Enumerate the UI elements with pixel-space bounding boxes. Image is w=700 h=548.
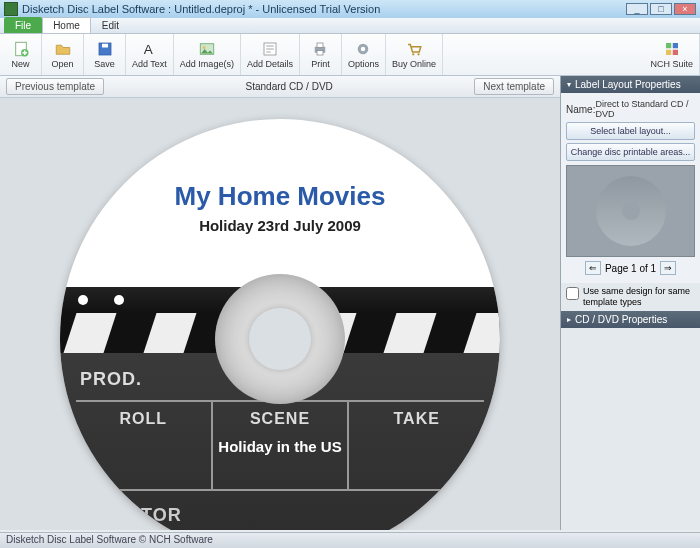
same-design-label: Use same design for same template types [583,286,695,308]
scene-value[interactable]: Holiday in the US [217,438,344,455]
status-text: Disketch Disc Label Software © NCH Softw… [6,534,213,545]
svg-point-6 [202,46,205,49]
text-icon: A [140,40,158,58]
layout-panel-header[interactable]: ▾ Label Layout Properties [561,76,700,93]
prev-template-button[interactable]: Previous template [6,78,104,95]
new-icon [12,40,30,58]
window-title: Disketch Disc Label Software : Untitled.… [22,3,380,15]
layout-thumbnail[interactable] [566,165,695,257]
maximize-button[interactable]: □ [650,3,672,15]
page-prev-button[interactable]: ⇐ [585,261,601,275]
save-button[interactable]: Save [84,34,126,75]
side-panel: ▾ Label Layout Properties Name: Direct t… [560,76,700,530]
canvas-area[interactable]: Previous template Standard CD / DVD Next… [0,76,560,530]
window-titlebar: Disketch Disc Label Software : Untitled.… [0,0,700,18]
nchsuite-button[interactable]: NCH Suite [644,34,700,75]
ribbon-toolbar: New Open Save A Add Text Add Image(s) Ad… [0,34,700,76]
svg-text:A: A [144,42,153,57]
thumb-disc-icon [596,176,666,246]
print-icon [311,40,329,58]
change-areas-button[interactable]: Change disc printable areas... [566,143,695,161]
disc-label[interactable]: My Home Movies Holiday 23rd July 2009 [60,119,500,530]
image-icon [198,40,216,58]
tab-file[interactable]: File [4,17,42,33]
addtext-button[interactable]: A Add Text [126,34,174,75]
template-subbar: Previous template Standard CD / DVD Next… [0,76,560,98]
svg-rect-3 [102,44,108,48]
expand-icon: ▸ [567,315,571,324]
svg-rect-15 [666,43,671,48]
save-icon [96,40,114,58]
svg-point-12 [361,47,366,52]
disc-stage: My Home Movies Holiday 23rd July 2009 [60,119,500,530]
status-bar: Disketch Disc Label Software © NCH Softw… [0,532,700,548]
cart-icon [405,40,423,58]
tab-edit[interactable]: Edit [91,17,130,33]
same-design-checkbox[interactable] [566,287,579,300]
ribbon-tabstrip: File Home Edit [0,18,700,34]
page-indicator: Page 1 of 1 [605,263,656,274]
tab-home[interactable]: Home [42,17,91,33]
svg-point-13 [412,53,414,55]
template-type-label: Standard CD / DVD [104,81,474,92]
open-icon [54,40,72,58]
close-button[interactable]: × [674,3,696,15]
disc-subtitle-text[interactable]: Holiday 23rd July 2009 [60,217,500,234]
name-value: Direct to Standard CD / DVD [595,99,695,119]
next-template-button[interactable]: Next template [474,78,554,95]
suite-icon [663,40,681,58]
disc-title-text[interactable]: My Home Movies [60,181,500,212]
gear-icon [354,40,372,58]
options-button[interactable]: Options [342,34,386,75]
svg-rect-17 [666,50,671,55]
slate-roll: ROLL [76,402,213,489]
director-label: DIRECTOR [76,491,484,530]
details-icon [261,40,279,58]
hinge-dot [78,295,88,305]
select-layout-button[interactable]: Select label layout... [566,122,695,140]
svg-rect-10 [317,51,323,56]
name-label: Name: [566,104,595,115]
cd-panel-header[interactable]: ▸ CD / DVD Properties [561,311,700,328]
minimize-button[interactable]: _ [626,3,648,15]
svg-rect-18 [672,50,677,55]
app-icon [4,2,18,16]
svg-rect-16 [672,43,677,48]
open-button[interactable]: Open [42,34,84,75]
buyonline-button[interactable]: Buy Online [386,34,443,75]
slate-take: TAKE [349,402,484,489]
addimages-button[interactable]: Add Image(s) [174,34,241,75]
page-next-button[interactable]: ⇒ [660,261,676,275]
slate-scene: SCENE Holiday in the US [213,402,350,489]
new-button[interactable]: New [0,34,42,75]
svg-rect-9 [317,43,323,48]
adddetails-button[interactable]: Add Details [241,34,300,75]
hinge-dot [114,295,124,305]
print-button[interactable]: Print [300,34,342,75]
collapse-icon: ▾ [567,80,571,89]
svg-point-14 [417,53,419,55]
disc-hub-hole [249,308,311,370]
